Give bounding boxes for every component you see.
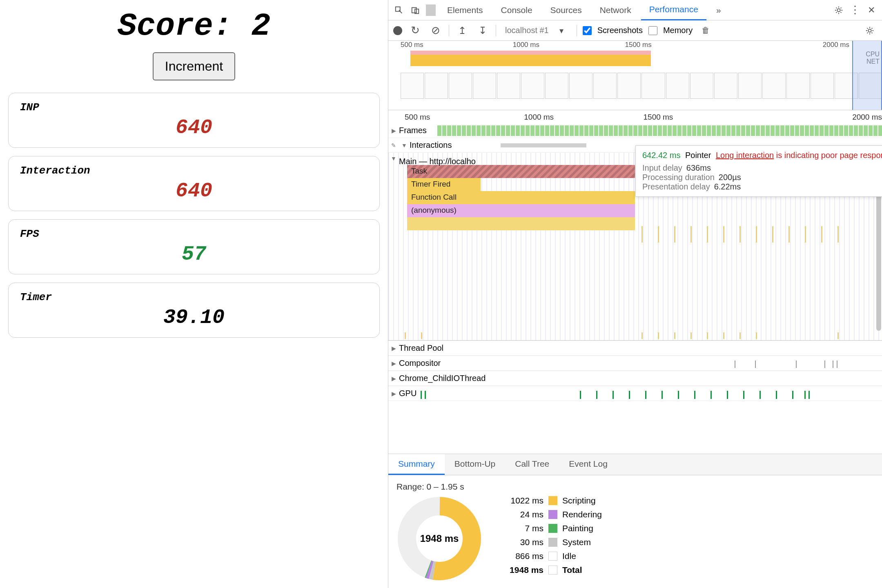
- devtools-tabbar: Elements Console Sources Network Perform…: [388, 0, 882, 20]
- metric-value: 640: [20, 116, 368, 139]
- summary-tab-eventlog[interactable]: Event Log: [559, 454, 617, 475]
- divider: [496, 25, 496, 36]
- donut-center-value: 1948 ms: [396, 496, 482, 581]
- swatch-icon: [548, 510, 557, 519]
- upload-icon[interactable]: [455, 23, 470, 38]
- compositor-content: [441, 358, 882, 369]
- screenshots-strip: [401, 71, 882, 100]
- svg-point-3: [837, 9, 840, 11]
- screenshots-label: Screenshots: [597, 26, 643, 35]
- metric-label: Interaction: [20, 165, 368, 177]
- summary-tab-bottomup[interactable]: Bottom-Up: [445, 454, 505, 475]
- trash-icon[interactable]: [698, 23, 713, 38]
- perf-toolbar: localhost #1 Screenshots Memory: [388, 20, 882, 41]
- gear-icon[interactable]: [831, 3, 846, 18]
- chevron-right-icon[interactable]: ▶: [388, 127, 399, 134]
- device-toggle-icon[interactable]: [408, 3, 423, 18]
- summary-donut-chart: 1948 ms: [396, 496, 482, 581]
- frames-strip: [437, 125, 882, 136]
- chevron-right-icon[interactable]: ▶: [388, 390, 399, 397]
- tab-console[interactable]: Console: [493, 0, 541, 20]
- track-child-io[interactable]: ▶ Chrome_ChildIOThread: [388, 371, 882, 386]
- overview-selection[interactable]: [852, 41, 882, 110]
- metric-card-fps: FPS 57: [8, 219, 380, 274]
- track-gpu[interactable]: ▶ GPU: [388, 386, 882, 401]
- thread-list: ▶ Thread Pool ▶ Compositor ▶ Chrome_Chi: [388, 341, 882, 401]
- close-icon[interactable]: [864, 3, 879, 18]
- tab-performance[interactable]: Performance: [641, 0, 706, 20]
- chevron-right-icon[interactable]: ▶: [388, 375, 399, 382]
- overview-ruler: 500 ms 1000 ms 1500 ms 2000 ms: [388, 41, 882, 51]
- tab-sources[interactable]: Sources: [542, 0, 590, 20]
- summary-body: Range: 0 – 1.95 s 1948 ms 1022 msScripti…: [388, 475, 882, 588]
- legend-label: Idle: [562, 551, 576, 561]
- more-icon[interactable]: [848, 3, 862, 18]
- inspect-icon[interactable]: [392, 3, 406, 18]
- tab-elements[interactable]: Elements: [439, 0, 491, 20]
- edit-icon[interactable]: ✎: [388, 142, 399, 149]
- tooltip-val: 636ms: [686, 163, 711, 173]
- track-label: Interactions: [410, 138, 452, 152]
- swatch-icon: [548, 496, 557, 505]
- tooltip-val: 6.22ms: [714, 182, 741, 192]
- legend-row: 7 msPainting: [499, 523, 602, 533]
- metric-card-timer: Timer 39.10: [8, 283, 380, 338]
- overview-cpu-lane: [401, 51, 882, 66]
- score-value: 2: [251, 8, 270, 44]
- tooltip-key: Processing duration: [642, 173, 715, 182]
- clear-icon[interactable]: [428, 23, 443, 38]
- swatch-icon: [548, 538, 557, 547]
- svg-point-4: [868, 29, 871, 32]
- track-frames[interactable]: ▶ Frames: [388, 123, 882, 138]
- legend-ms: 24 ms: [499, 510, 543, 519]
- memory-checkbox[interactable]: [648, 26, 657, 35]
- tooltip-val: 200µs: [719, 173, 741, 182]
- track-main[interactable]: ▼ Main — http://localho Task Timer Fired…: [388, 153, 882, 341]
- metric-label: Timer: [20, 291, 368, 303]
- legend-row: 1022 msScripting: [499, 496, 602, 506]
- legend-ms: 866 ms: [499, 551, 543, 561]
- legend-label: System: [562, 537, 591, 547]
- swatch-icon: [548, 552, 557, 561]
- chevron-down-icon[interactable]: ▼: [399, 142, 410, 149]
- track-thread-pool[interactable]: ▶ Thread Pool: [388, 341, 882, 356]
- metric-value: 640: [20, 179, 368, 203]
- summary-tab-summary[interactable]: Summary: [388, 454, 445, 475]
- download-icon[interactable]: [475, 23, 490, 38]
- flame-ruler: 500 ms 1000 ms 1500 ms 2000 ms: [388, 113, 882, 122]
- legend-row-total: 1948 msTotal: [499, 565, 602, 575]
- screenshots-checkbox[interactable]: [583, 26, 592, 35]
- increment-button[interactable]: Increment: [153, 52, 235, 80]
- divider: [426, 4, 436, 16]
- tabs-overflow[interactable]: »: [708, 0, 729, 20]
- chevron-right-icon[interactable]: ▶: [388, 360, 399, 367]
- summary-tab-calltree[interactable]: Call Tree: [505, 454, 559, 475]
- score-heading: Score: 2: [8, 8, 380, 44]
- metric-value: 57: [20, 243, 368, 266]
- tab-network[interactable]: Network: [592, 0, 639, 20]
- flame-area[interactable]: 500 ms 1000 ms 1500 ms 2000 ms ▶ Frames …: [388, 110, 882, 454]
- chevron-right-icon[interactable]: ▶: [388, 345, 399, 352]
- track-compositor[interactable]: ▶ Compositor: [388, 356, 882, 371]
- app-pane: Score: 2 Increment INP 640 Interaction 6…: [0, 0, 388, 588]
- svg-rect-1: [412, 7, 416, 13]
- tick: 500 ms: [405, 113, 524, 122]
- record-button[interactable]: [393, 26, 402, 35]
- legend-ms: 1022 ms: [499, 496, 543, 506]
- overview-timeline[interactable]: 500 ms 1000 ms 1500 ms 2000 ms CPU NET: [388, 41, 882, 110]
- gear-icon[interactable]: [862, 23, 877, 38]
- tooltip-link[interactable]: Long interaction: [716, 151, 774, 160]
- metric-card-inp: INP 640: [8, 93, 380, 148]
- legend-ms: 1948 ms: [499, 565, 543, 575]
- chevron-down-icon[interactable]: ▼: [388, 155, 399, 162]
- interaction-tooltip: 642.42 ms Pointer Long interaction is in…: [635, 145, 882, 197]
- divider: [577, 25, 577, 36]
- tick: 1000 ms: [513, 41, 625, 51]
- summary-legend: 1022 msScripting 24 msRendering 7 msPain…: [499, 496, 602, 575]
- tooltip-duration: 642.42 ms: [642, 151, 680, 160]
- legend-label: Painting: [562, 523, 593, 533]
- swatch-icon: [548, 566, 557, 575]
- reload-icon[interactable]: [408, 23, 423, 38]
- target-select[interactable]: localhost #1: [502, 24, 565, 37]
- legend-label: Total: [562, 565, 582, 575]
